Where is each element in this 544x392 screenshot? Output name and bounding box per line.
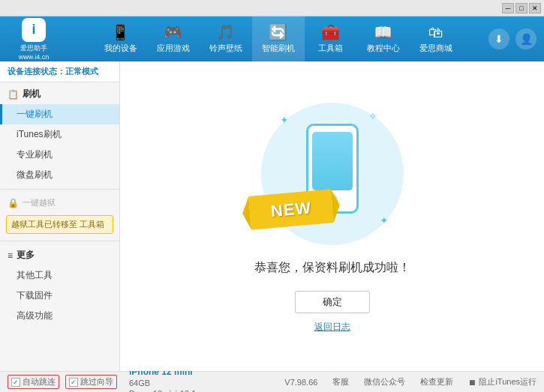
success-message: 恭喜您，保资料刷机成功啦！ [254, 260, 410, 276]
sidebar-divider-2 [0, 241, 119, 241]
status-bar: 设备连接状态：正常模式 [0, 61, 119, 82]
auto-connect-checkbox-wrapper: ✓ 自动跳连 [8, 375, 59, 389]
nav-ringtones-label: 铃声壁纸 [209, 43, 242, 54]
main-area: 设备连接状态：正常模式 📋 刷机 一键刷机 iTunes刷机 专业刷机 微盘刷机… [0, 61, 544, 371]
skip-wizard-checkbox-wrapper: ✓ 跳过向导 [65, 375, 117, 389]
minimize-button[interactable]: ─ [502, 3, 514, 13]
my-device-icon: 📱 [111, 25, 130, 40]
nav-my-device[interactable]: 📱 我的设备 [95, 16, 147, 61]
sparkle-1: ✦ [280, 114, 289, 126]
version-text: V7.98.66 [284, 378, 317, 387]
nav-apps[interactable]: 🎮 应用游戏 [147, 16, 200, 61]
nav-tutorials-label: 教程中心 [367, 43, 400, 54]
stop-itunes-icon: ⏹ [468, 378, 476, 387]
nav-tools-label: 工具箱 [318, 43, 343, 54]
shop-icon: 🛍 [428, 25, 443, 40]
phone-screen [312, 132, 353, 190]
nav-bar: i 爱思助手 www.i4.cn 📱 我的设备 🎮 应用游戏 🎵 铃声壁纸 🔄 … [0, 16, 544, 61]
maximize-button[interactable]: □ [515, 3, 527, 13]
sidebar-header-flash: 📋 刷机 [0, 84, 119, 104]
status-label: 设备连接状态： [8, 67, 65, 76]
device-version: Down-12mini-13,1 [129, 389, 196, 393]
logo-title: 爱思助手 [20, 43, 47, 53]
status-value: 正常模式 [65, 67, 98, 76]
bottom-bar: ✓ 自动跳连 ✓ 跳过向导 iPhone 12 mini 64GB Down-1… [0, 371, 544, 392]
sidebar-item-micro[interactable]: 微盘刷机 [0, 165, 119, 185]
nav-ringtones[interactable]: 🎵 铃声壁纸 [200, 16, 252, 61]
content-area: ✦ ✧ ✦ NEW 恭喜您，保资料刷机成功啦！ 确定 返回日志 [120, 61, 544, 371]
sparkle-3: ✦ [380, 214, 389, 226]
nav-items: 📱 我的设备 🎮 应用游戏 🎵 铃声壁纸 🔄 智能刷机 🧰 工具箱 📖 教程中心… [68, 16, 488, 61]
jailbreak-label: 一键越狱 [23, 197, 56, 208]
sidebar-header-jailbreak: 🔒 一键越狱 [0, 193, 119, 212]
ringtones-icon: 🎵 [216, 25, 235, 40]
auto-connect-label: 自动跳连 [23, 376, 56, 388]
check-update-link[interactable]: 检查更新 [420, 376, 453, 388]
flash-section-label: 刷机 [23, 88, 41, 100]
nav-tools[interactable]: 🧰 工具箱 [305, 16, 357, 61]
sidebar-header-more: ≡ 更多 [0, 245, 119, 265]
back-home-link[interactable]: 返回日志 [314, 321, 350, 334]
success-illustration: ✦ ✧ ✦ NEW [257, 99, 407, 249]
skip-wizard-checkbox[interactable]: ✓ [69, 378, 78, 387]
ribbon-text: NEW [269, 198, 311, 221]
sidebar-item-firmware[interactable]: 下载固件 [0, 286, 119, 306]
more-section-icon: ≡ [8, 250, 13, 261]
nav-flash[interactable]: 🔄 智能刷机 [252, 16, 305, 61]
sidebar-divider-1 [0, 189, 119, 190]
nav-right: ⬇ 👤 [488, 28, 544, 49]
sidebar-section-jailbreak: 🔒 一键越狱 越狱工具已转移至 工具箱 [0, 192, 119, 238]
flash-icon: 🔄 [269, 25, 287, 40]
logo-icon: i [22, 18, 46, 42]
stop-itunes-label: 阻止iTunes运行 [479, 376, 536, 388]
sidebar-item-other-tools[interactable]: 其他工具 [0, 265, 119, 286]
bottom-right: V7.98.66 客服 微信公众号 检查更新 ⏹ 阻止iTunes运行 [284, 376, 536, 388]
nav-apps-label: 应用游戏 [157, 43, 190, 54]
sidebar-item-itunes[interactable]: iTunes刷机 [0, 124, 119, 145]
skip-wizard-label: 跳过向导 [80, 376, 113, 388]
sidebar: 设备连接状态：正常模式 📋 刷机 一键刷机 iTunes刷机 专业刷机 微盘刷机… [0, 61, 120, 371]
sidebar-section-more: ≡ 更多 其他工具 下载固件 高级功能 [0, 244, 119, 328]
flash-section-icon: 📋 [8, 89, 19, 100]
tutorials-icon: 📖 [374, 25, 392, 40]
nav-flash-label: 智能刷机 [262, 43, 295, 54]
apps-icon: 🎮 [164, 25, 182, 40]
logo: i 爱思助手 www.i4.cn [0, 18, 68, 61]
download-button[interactable]: ⬇ [488, 28, 509, 49]
nav-tutorials[interactable]: 📖 教程中心 [357, 16, 410, 61]
nav-shop-label: 爱思商城 [419, 43, 452, 54]
sidebar-item-pro[interactable]: 专业刷机 [0, 145, 119, 165]
sidebar-warning: 越狱工具已转移至 工具箱 [6, 215, 113, 234]
sidebar-section-flash: 📋 刷机 一键刷机 iTunes刷机 专业刷机 微盘刷机 [0, 82, 119, 187]
device-storage: 64GB [129, 379, 196, 388]
sidebar-item-one-click[interactable]: 一键刷机 [0, 104, 119, 124]
new-ribbon: NEW [248, 189, 334, 229]
sparkle-2: ✧ [368, 110, 377, 122]
close-button[interactable]: ✕ [529, 3, 541, 13]
confirm-button[interactable]: 确定 [295, 291, 370, 313]
nav-shop[interactable]: 🛍 爱思商城 [410, 16, 462, 61]
more-section-label: 更多 [17, 249, 35, 262]
logo-url: www.i4.cn [19, 53, 50, 61]
nav-my-device-label: 我的设备 [104, 43, 137, 54]
title-bar: ─ □ ✕ [0, 0, 544, 16]
stop-itunes-button[interactable]: ⏹ 阻止iTunes运行 [468, 376, 536, 388]
tools-icon: 🧰 [321, 25, 340, 40]
wechat-link[interactable]: 微信公众号 [364, 376, 405, 388]
sidebar-item-advanced[interactable]: 高级功能 [0, 306, 119, 326]
auto-connect-checkbox[interactable]: ✓ [11, 378, 20, 387]
customer-service-link[interactable]: 客服 [332, 376, 349, 388]
user-button[interactable]: 👤 [515, 28, 536, 49]
